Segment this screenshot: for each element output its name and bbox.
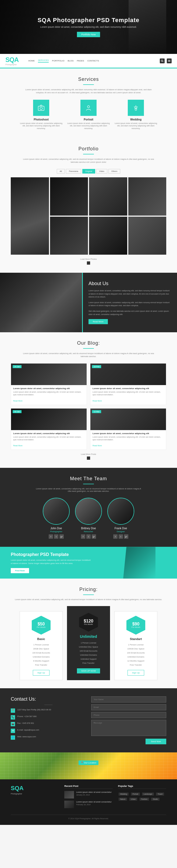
blog-post-title-2: Lorem ipsum dolor sit amet, consectetur … [93,387,164,390]
portfolio-item-4[interactable] [128,177,167,216]
price-amount-unlimited: $120 [84,619,93,623]
contact-message-input[interactable] [91,720,166,736]
service-desc-wedding: Lorem ipsum dolor sit amet, consectetur … [114,122,157,130]
team-photo-brittney [75,498,102,525]
nav-link-services[interactable]: SERVICES [38,59,49,63]
nav-search-icon[interactable] [160,59,165,63]
nav-link-contacts[interactable]: CONTACTS [87,60,99,62]
contact-email-input[interactable] [91,704,166,710]
contact-info: Contact Us: 📍 1227 Moy San Firefly (08) … [11,696,86,744]
promo-person-img-inner [123,547,155,579]
portfolio-item-7[interactable] [128,217,167,255]
footer-tag-portrait[interactable]: Portrait [131,793,140,796]
contact-location-icon: 📍 [11,709,15,713]
nav-link-portfolio[interactable]: PORTFOLIO [52,60,64,62]
blog-read-more-1[interactable]: Read More [13,400,23,402]
price-feature-standart-2: 100GB Disc Space [117,647,154,651]
footer-tag-urban[interactable]: Urban [130,798,137,801]
blog-date-2: 18 Feb [92,365,101,368]
load-more-icon[interactable] [87,261,90,265]
contact-fax-text: Fax: +345 678 901 [17,722,34,725]
footer-post-title-1: Lorem ipsum dolor sit amet consectetur [76,791,111,793]
team-divider [83,484,94,484]
price-btn-unlimited[interactable]: SIGN UP NOW [77,668,100,674]
footer-tag-studio[interactable]: Studio [151,798,159,801]
portfolio-item-6[interactable] [89,217,127,255]
nav-icons [160,59,172,63]
team-social-tw-frank[interactable]: t [119,534,123,539]
footer-post-date-1: January 24, 2014 [76,794,111,796]
blog-load-more-icon[interactable] [87,457,90,460]
portfolio-tabs: All Panorama Original Video Others [11,169,166,174]
blog-read-more-2[interactable]: Read More [93,400,102,402]
about-text-2: Lorem ipsum dolor sit amet, consetetur s… [88,301,171,307]
footer-tag-landscape[interactable]: Landscape [142,793,154,796]
price-feature-basic-5: 6 Months Support [23,659,60,663]
contact-submit-button[interactable]: Send Now [145,739,166,744]
nav-link-home[interactable]: HOME [28,60,35,62]
portfolio-item-1[interactable] [11,177,49,255]
team-social-fb-brittney[interactable]: f [81,534,85,539]
contact-grid: Contact Us: 📍 1227 Moy San Firefly (08) … [11,696,166,744]
load-more-text: Load More Photos [80,258,97,260]
price-btn-basic[interactable]: Sign Up [33,670,49,676]
nav-menu-icon[interactable] [167,59,172,63]
nav-link-pages[interactable]: PAGES [77,60,84,62]
tab-others[interactable]: Others [108,169,120,174]
tab-all[interactable]: All [57,169,65,174]
portfolio-item-5[interactable] [50,217,88,255]
team-social-fb-john[interactable]: f [49,534,53,539]
portfolio-item-2[interactable] [50,177,88,216]
blog-title: Our Blog: [11,340,166,346]
pricing-desc: Lorem ipsum dolor sit amet, consectetur … [11,598,166,601]
blog-post-text-4: Lorem ipsum dolor sit amet, consectetur … [93,436,164,441]
team-social-gp-brittney[interactable]: g+ [92,534,96,539]
promo-text: Lorem ipsum dolor sit amet, consectetur … [11,559,92,565]
blog-desc: Lorem ipsum dolor sit amet, consectetur … [21,352,156,358]
footer-tag-wedding[interactable]: Wedding [119,793,129,796]
team-social-tw-john[interactable]: t [54,534,58,539]
footer-tag-travel[interactable]: Travel [156,793,164,796]
nav-link-blog[interactable]: BLOG [68,60,73,62]
blog-read-more-3[interactable]: Read More [13,445,23,446]
price-feature-unlimited-3: 100 Email Accounts [70,649,107,653]
price-label-unlimited: Per Month [84,623,93,625]
about-accent-bar [82,273,83,332]
tab-video[interactable]: Video [96,169,107,174]
tab-original[interactable]: Original [82,169,95,174]
footer-post-1: Lorem ipsum dolor sit amet consectetur J… [64,791,112,799]
team-social-fb-frank[interactable]: f [113,534,117,539]
blog-body-4: Lorem ipsum dolor sit amet, consectetur … [91,430,166,450]
team-photo-john [43,498,70,525]
team-card-brittney: Brittney Doe Retoucher f t g+ [75,498,102,539]
team-grid: John Doe Photographer f t g+ Brittney Do… [11,498,166,539]
contact-name-input[interactable] [91,696,166,703]
blog-read-more-4[interactable]: Read More [93,445,102,446]
svg-rect-5 [38,106,44,111]
price-feature-basic-1: 1 Person License [23,643,60,647]
about-read-more-button[interactable]: Read More [88,319,108,324]
contact-email-text: E-mail: squa@squa.com [17,728,39,732]
blog-load-more-text: Load More Posts [81,453,96,456]
team-section: Meet The Team Lorem ipsum dolor sit amet… [0,468,177,547]
portfolio-item-3[interactable] [89,177,127,216]
price-feature-standart-1: 1 Person License [117,643,154,647]
blog-date-3: 30 Jan [13,410,22,413]
nav-logo[interactable]: SQA [5,56,19,63]
price-btn-standart[interactable]: Sign Up [128,670,144,676]
map-marker[interactable]: 📍 Our Location [78,761,99,765]
team-social-gp-frank[interactable]: g+ [124,534,128,539]
team-social-gp-john[interactable]: g+ [60,534,64,539]
team-social-tw-brittney[interactable]: t [86,534,91,539]
footer-tag-fashion[interactable]: Fashion [140,798,149,801]
promo-cta-button[interactable]: Find Now [11,568,29,573]
footer-grid: SQA Photographer Recent Post Lorem ipsum… [11,785,166,810]
contact-phone-input[interactable] [91,712,166,718]
blog-section: Our Blog: Lorem ipsum dolor sit amet, co… [0,332,177,468]
team-name-brittney: Brittney Doe [75,527,102,530]
blog-image-2: 18 Feb [91,364,166,385]
footer-tag-nature[interactable]: Nature [119,798,127,801]
tab-panorama[interactable]: Panorama [66,169,81,174]
hero-cta-button[interactable]: Portfolio Now [77,32,100,37]
footer-post-info-2: Lorem ipsum dolor sit amet consectetur F… [76,801,111,808]
